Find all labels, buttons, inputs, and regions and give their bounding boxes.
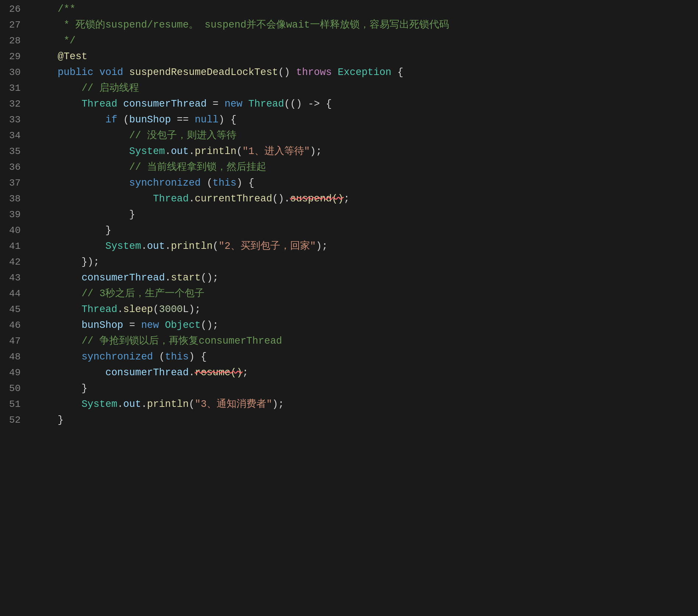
code-line-48: synchronized (this) { [34, 349, 698, 365]
line-num-52: 52 [0, 412, 21, 428]
code-line-34: // 没包子，则进入等待 [34, 128, 698, 144]
line-num-39: 39 [0, 207, 21, 223]
code-editor: 26 27 28 29 30 31 32 33 34 35 36 37 38 3… [0, 0, 698, 616]
code-line-39: } [34, 207, 698, 223]
code-line-31: // 启动线程 [34, 80, 698, 96]
line-num-29: 29 [0, 49, 21, 65]
code-line-26: /** [34, 1, 698, 17]
code-content: /** * 死锁的suspend/resume。 suspend并不会像wait… [26, 0, 698, 616]
line-num-27: 27 [0, 17, 21, 33]
code-line-44: // 3秒之后，生产一个包子 [34, 286, 698, 302]
line-num-46: 46 [0, 318, 21, 333]
line-num-34: 34 [0, 128, 21, 144]
code-line-49: consumerThread.resume(); [34, 365, 698, 381]
code-line-50: } [34, 381, 698, 397]
line-num-51: 51 [0, 397, 21, 412]
line-num-38: 38 [0, 191, 21, 207]
line-num-31: 31 [0, 80, 21, 96]
line-num-26: 26 [0, 1, 21, 17]
line-num-47: 47 [0, 333, 21, 349]
code-line-42: }); [34, 254, 698, 270]
code-line-29: @Test [34, 49, 698, 65]
line-num-50: 50 [0, 381, 21, 397]
line-numbers: 26 27 28 29 30 31 32 33 34 35 36 37 38 3… [0, 0, 26, 616]
line-num-36: 36 [0, 160, 21, 175]
code-line-47: // 争抢到锁以后，再恢复consumerThread [34, 333, 698, 349]
code-line-30: public void suspendResumeDeadLockTest() … [34, 65, 698, 80]
code-line-52: } [34, 412, 698, 428]
line-num-43: 43 [0, 270, 21, 286]
line-num-35: 35 [0, 144, 21, 160]
line-num-40: 40 [0, 223, 21, 239]
line-num-33: 33 [0, 112, 21, 128]
code-line-46: bunShop = new Object(); [34, 318, 698, 333]
code-line-36: // 当前线程拿到锁，然后挂起 [34, 160, 698, 175]
line-num-45: 45 [0, 302, 21, 318]
code-line-32: Thread consumerThread = new Thread(() ->… [34, 96, 698, 112]
line-num-28: 28 [0, 33, 21, 49]
code-line-43: consumerThread.start(); [34, 270, 698, 286]
code-line-35: System.out.println("1、进入等待"); [34, 144, 698, 160]
line-num-49: 49 [0, 365, 21, 381]
line-num-32: 32 [0, 96, 21, 112]
code-line-33: if (bunShop == null) { [34, 112, 698, 128]
code-line-45: Thread.sleep(3000L); [34, 302, 698, 318]
code-line-37: synchronized (this) { [34, 175, 698, 191]
line-num-42: 42 [0, 254, 21, 270]
code-line-27: * 死锁的suspend/resume。 suspend并不会像wait一样释放… [34, 17, 698, 33]
line-num-37: 37 [0, 175, 21, 191]
code-line-41: System.out.println("2、买到包子，回家"); [34, 239, 698, 254]
code-line-40: } [34, 223, 698, 239]
code-line-28: */ [34, 33, 698, 49]
line-num-48: 48 [0, 349, 21, 365]
code-line-51: System.out.println("3、通知消费者"); [34, 397, 698, 412]
line-num-44: 44 [0, 286, 21, 302]
line-num-41: 41 [0, 239, 21, 254]
code-line-38: Thread.currentThread().suspend(); [34, 191, 698, 207]
line-num-30: 30 [0, 65, 21, 80]
